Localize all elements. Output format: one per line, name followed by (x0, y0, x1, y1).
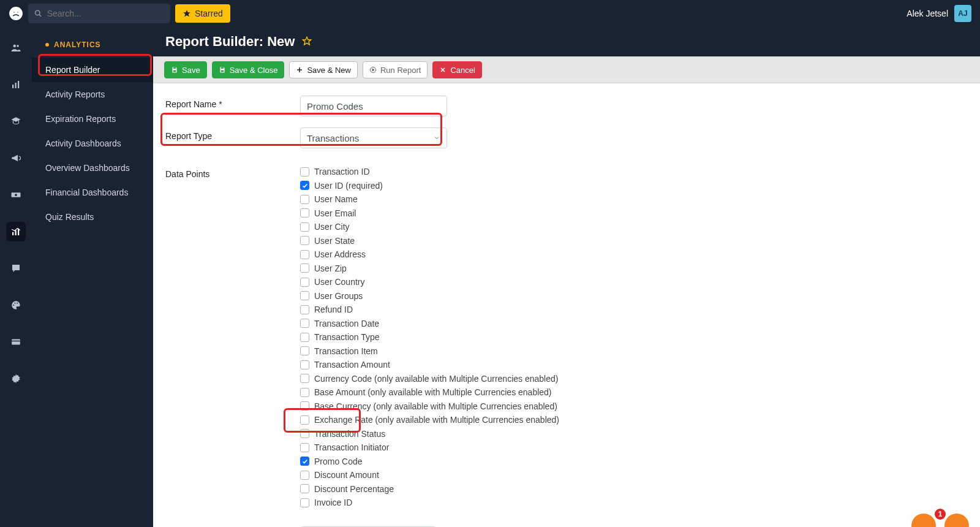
checkbox[interactable] (300, 291, 309, 300)
svg-marker-5 (183, 10, 190, 17)
data-point-row: User Country (300, 276, 559, 289)
svg-marker-30 (372, 69, 374, 71)
topbar: Starred Alek Jetsel AJ (0, 0, 980, 27)
sidebar-section-label: ANALYTICS (32, 37, 153, 58)
svg-rect-26 (221, 70, 224, 72)
rail-card-icon[interactable] (6, 332, 26, 352)
data-point-row: Currency Code (only available with Multi… (300, 373, 559, 385)
cancel-label: Cancel (450, 66, 475, 75)
checkbox[interactable] (300, 443, 309, 452)
help-bubble-badge: 1 (933, 507, 947, 521)
svg-marker-22 (303, 37, 311, 45)
rail-bullhorn-icon[interactable] (6, 148, 26, 168)
checkbox[interactable] (300, 415, 309, 425)
data-point-label: User Country (314, 277, 364, 287)
checkbox[interactable] (300, 319, 309, 328)
report-type-select[interactable]: Transactions (300, 127, 447, 148)
data-point-label: User State (314, 236, 355, 246)
favorite-star-icon[interactable] (302, 36, 312, 48)
data-point-row: Refund ID (300, 303, 559, 316)
sidebar-item-overview-dashboards[interactable]: Overview Dashboards (32, 156, 153, 180)
rail-money-icon[interactable] (6, 185, 26, 205)
save-icon (171, 66, 178, 74)
checkbox[interactable] (300, 195, 309, 204)
svg-point-7 (17, 45, 19, 47)
sidebar-item-activity-dashboards[interactable]: Activity Dashboards (32, 131, 153, 156)
checkbox[interactable] (300, 498, 309, 507)
data-point-row: User Name (300, 193, 559, 206)
data-point-row: User City (300, 221, 559, 233)
checkbox[interactable] (300, 264, 309, 273)
chevron-down-icon (433, 134, 440, 142)
data-point-label: Discount Percentage (314, 484, 394, 494)
data-point-row: Transaction Amount (300, 358, 559, 371)
sidebar-item-report-builder[interactable]: Report Builder (32, 58, 153, 82)
sidebar-item-expiration-reports[interactable]: Expiration Reports (32, 107, 153, 131)
checkbox[interactable] (300, 250, 309, 259)
rail-palette-icon[interactable] (6, 295, 26, 315)
checkbox[interactable] (300, 333, 309, 342)
search-input-wrap[interactable] (28, 4, 170, 23)
avatar[interactable]: AJ (954, 5, 971, 22)
checkbox[interactable] (300, 457, 309, 466)
checkbox[interactable] (300, 222, 309, 232)
data-point-label: User ID (required) (314, 181, 383, 191)
run-report-button[interactable]: Run Report (363, 61, 428, 78)
save-close-button[interactable]: Save & Close (212, 61, 285, 78)
data-point-row: Discount Amount (300, 469, 559, 482)
save-button[interactable]: Save (164, 61, 207, 78)
data-point-row: Exchange Rate (only available with Multi… (300, 414, 559, 427)
rail-dashboard-icon[interactable] (6, 75, 26, 94)
sidebar-item-financial-dashboards[interactable]: Financial Dashboards (32, 180, 153, 205)
svg-point-0 (10, 7, 22, 20)
save-new-button[interactable]: Save & New (289, 61, 358, 78)
rail-education-icon[interactable] (6, 112, 26, 131)
checkbox[interactable] (300, 305, 309, 314)
data-point-label: User City (314, 222, 350, 232)
rail-settings-icon[interactable] (6, 369, 26, 389)
rail-users-icon[interactable] (6, 38, 26, 58)
play-icon (369, 66, 377, 74)
rail-analytics-icon[interactable] (6, 222, 26, 241)
checkbox[interactable] (300, 236, 309, 245)
checkbox[interactable] (300, 471, 309, 480)
checkbox[interactable] (300, 374, 309, 383)
checkbox[interactable] (300, 484, 309, 493)
data-point-row: Invoice ID (300, 496, 559, 509)
svg-rect-24 (173, 70, 176, 72)
data-point-label: Transaction Status (314, 429, 385, 439)
checkbox[interactable] (300, 278, 309, 287)
data-point-label: Promo Code (314, 457, 363, 466)
svg-point-6 (13, 45, 17, 48)
user-name: Alek Jetsel (907, 9, 948, 18)
checkbox[interactable] (300, 360, 309, 370)
checkbox[interactable] (300, 208, 309, 218)
starred-label: Starred (195, 9, 223, 18)
sidebar-item-activity-reports[interactable]: Activity Reports (32, 82, 153, 107)
svg-rect-8 (12, 85, 13, 88)
svg-point-18 (17, 303, 18, 304)
data-point-row: Base Amount (only available with Multipl… (300, 386, 559, 399)
report-name-input[interactable] (300, 96, 447, 116)
svg-point-17 (15, 303, 16, 304)
checkbox[interactable] (300, 388, 309, 397)
data-point-label: Refund ID (314, 305, 353, 314)
starred-button[interactable]: Starred (175, 4, 230, 23)
sidebar-item-quiz-results[interactable]: Quiz Results (32, 205, 153, 229)
data-point-row: User State (300, 235, 559, 248)
sidebar-section-text: ANALYTICS (54, 40, 101, 49)
data-point-row: Base Currency (only available with Multi… (300, 400, 559, 413)
rail-chat-icon[interactable] (6, 259, 26, 278)
data-point-row: Transaction Date (300, 317, 559, 330)
cancel-button[interactable]: Cancel (432, 61, 481, 78)
checkbox[interactable] (300, 401, 309, 411)
svg-rect-14 (15, 230, 17, 235)
search-input[interactable] (47, 9, 164, 18)
checkbox[interactable] (300, 181, 309, 190)
run-report-label: Run Report (380, 66, 421, 75)
checkbox[interactable] (300, 346, 309, 355)
checkbox[interactable] (300, 429, 309, 438)
data-point-label: User Groups (314, 291, 363, 301)
data-point-label: Invoice ID (314, 498, 352, 507)
checkbox[interactable] (300, 167, 309, 176)
